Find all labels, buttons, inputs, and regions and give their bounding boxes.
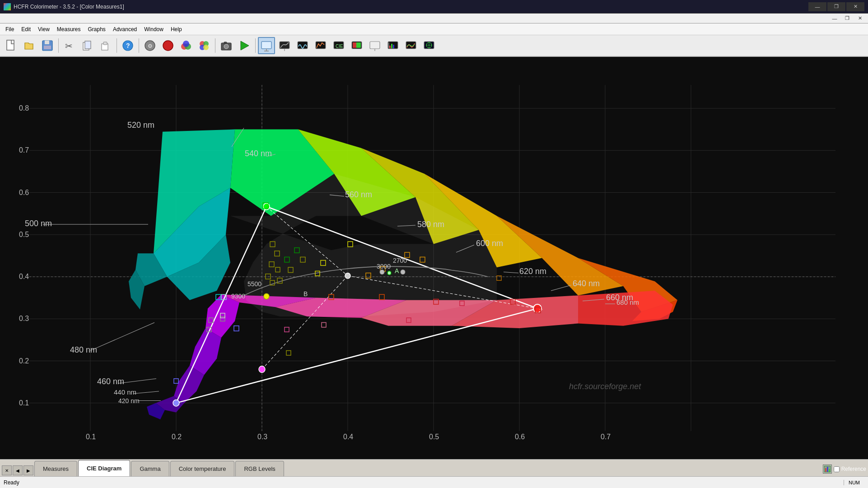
menu-item-window[interactable]: Window <box>140 25 167 34</box>
tab-close-button[interactable]: ✕ <box>2 465 12 475</box>
tab-rgb-levels[interactable]: RGB Levels <box>235 461 284 476</box>
svg-point-159 <box>380 270 384 274</box>
svg-text:0.5: 0.5 <box>19 230 29 238</box>
svg-point-22 <box>224 44 229 49</box>
window-title: HCFR Colorimeter - 3.5.2 - [Color Measur… <box>14 4 808 10</box>
svg-text:560 nm: 560 nm <box>345 190 372 199</box>
svg-rect-35 <box>353 42 356 48</box>
svg-text:640 nm: 640 nm <box>573 278 600 288</box>
monitor-active-button[interactable] <box>258 37 275 54</box>
menu-item-view[interactable]: View <box>34 25 53 34</box>
svg-rect-25 <box>261 42 271 49</box>
menu-item-graphs[interactable]: Graphs <box>84 25 109 34</box>
ribbon-bar: — ❐ ✕ <box>0 14 868 23</box>
monitor-plain-button[interactable] <box>366 37 383 54</box>
svg-text:520 nm: 520 nm <box>127 120 154 130</box>
svg-text:0.3: 0.3 <box>257 432 267 441</box>
run-button[interactable] <box>236 37 253 54</box>
svg-text:0.5: 0.5 <box>429 432 439 441</box>
menu-item-edit[interactable]: Edit <box>18 25 34 34</box>
svg-text:620 nm: 620 nm <box>519 266 546 275</box>
svg-rect-28 <box>280 42 289 49</box>
paste-button[interactable] <box>97 37 114 54</box>
svg-rect-3 <box>44 46 51 49</box>
svg-text:hcfr.sourceforge.net: hcfr.sourceforge.net <box>569 381 641 390</box>
tab-measures[interactable]: Measures <box>34 461 77 476</box>
ribbon-restore[interactable]: ❐ <box>841 14 854 23</box>
toolbar: ✂ ? ⚙ <box>0 35 868 57</box>
monitor-scope-button[interactable] <box>420 37 438 54</box>
probe-multi-button[interactable] <box>196 37 213 54</box>
svg-text:2700: 2700 <box>393 257 407 264</box>
svg-point-115 <box>263 203 270 210</box>
probe-gray-button[interactable]: ⚙ <box>141 37 159 54</box>
svg-point-160 <box>401 270 405 274</box>
menu-item-advanced[interactable]: Advanced <box>109 25 140 34</box>
menu-item-measures[interactable]: Measures <box>53 25 84 34</box>
probe-colorful-button[interactable] <box>177 37 195 54</box>
close-button[interactable]: ✕ <box>846 2 864 11</box>
tab-prev-button[interactable]: ◀ <box>13 465 23 475</box>
svg-text:0.4: 0.4 <box>19 272 29 280</box>
cut-button[interactable]: ✂ <box>61 37 78 54</box>
cie-diagram-container: 520 nm 540 nm 560 nm 580 nm 600 nm 620 n… <box>0 57 868 459</box>
tab-gamma[interactable]: Gamma <box>131 461 169 476</box>
svg-text:0.6: 0.6 <box>19 188 29 196</box>
window-controls: — ❐ ✕ <box>808 2 864 11</box>
svg-rect-44 <box>406 42 416 49</box>
svg-text:+: + <box>539 305 543 312</box>
probe-red-button[interactable] <box>159 37 177 54</box>
main-content: 520 nm 540 nm 560 nm 580 nm 600 nm 620 n… <box>0 57 868 459</box>
monitor-chart-button[interactable] <box>312 37 329 54</box>
svg-text:5500: 5500 <box>247 280 261 287</box>
copy-button[interactable] <box>79 37 96 54</box>
svg-point-168 <box>264 293 269 299</box>
svg-text:0.1: 0.1 <box>86 432 96 441</box>
restore-button[interactable]: ❐ <box>827 2 845 11</box>
svg-point-120 <box>345 273 350 279</box>
open-button[interactable] <box>21 37 38 54</box>
tab-cie-diagram[interactable]: CIE Diagram <box>78 460 130 476</box>
toolbar-separator-1 <box>58 38 59 53</box>
svg-text:440 nm: 440 nm <box>114 388 136 396</box>
menubar: FileEditViewMeasuresGraphsAdvancedWindow… <box>0 23 868 35</box>
svg-text:580 nm: 580 nm <box>417 219 444 229</box>
ribbon-close[interactable]: ✕ <box>854 14 866 23</box>
svg-text:420 nm: 420 nm <box>118 397 140 404</box>
reference-checkbox[interactable] <box>834 466 840 472</box>
svg-text:A: A <box>395 267 399 274</box>
ribbon-controls: — ❐ ✕ <box>828 14 866 23</box>
svg-text:680 nm: 680 nm <box>616 298 639 306</box>
monitor-color-button[interactable] <box>348 37 365 54</box>
monitor-rgb-button[interactable] <box>384 37 401 54</box>
monitor-cie-button[interactable]: CIE <box>330 37 347 54</box>
toolbar-separator-3 <box>139 38 139 53</box>
svg-text:0.4: 0.4 <box>343 432 353 441</box>
menu-item-file[interactable]: File <box>2 25 18 34</box>
tab-color-temperature[interactable]: Color temperature <box>170 461 235 476</box>
svg-text:?: ? <box>126 42 130 49</box>
svg-rect-173 <box>829 469 830 472</box>
monitor-multi-button[interactable] <box>402 37 420 54</box>
monitor-gamma-button[interactable] <box>276 37 293 54</box>
monitor-wave-button[interactable] <box>294 37 311 54</box>
toolbar-separator-5 <box>255 38 256 53</box>
ribbon-minimize[interactable]: — <box>828 14 841 23</box>
svg-text:9300: 9300 <box>231 292 245 299</box>
help-button[interactable]: ? <box>119 37 136 54</box>
minimize-button[interactable]: — <box>808 2 826 11</box>
cie-diagram: 520 nm 540 nm 560 nm 580 nm 600 nm 620 n… <box>0 57 868 459</box>
save-button[interactable] <box>39 37 56 54</box>
svg-text:0.6: 0.6 <box>515 432 525 441</box>
camera-button[interactable] <box>218 37 235 54</box>
statusbar: Ready NUM <box>0 476 868 488</box>
svg-text:3000: 3000 <box>377 263 391 270</box>
tabbar: ✕ ◀ ▶ Measures CIE Diagram Gamma Color t… <box>0 459 868 476</box>
tab-next-button[interactable]: ▶ <box>23 465 33 475</box>
svg-rect-8 <box>103 42 107 45</box>
svg-rect-23 <box>224 42 227 44</box>
svg-rect-43 <box>393 45 394 48</box>
menu-item-help[interactable]: Help <box>167 25 186 34</box>
new-button[interactable] <box>3 37 20 54</box>
svg-point-161 <box>387 271 391 275</box>
